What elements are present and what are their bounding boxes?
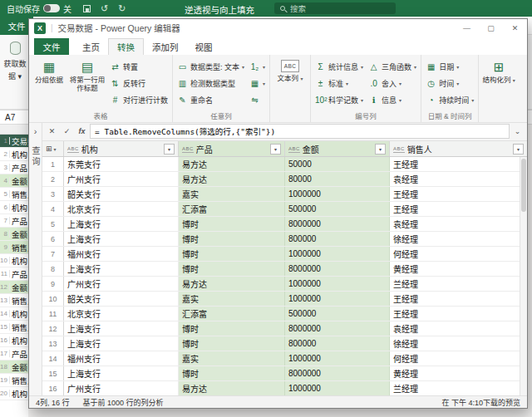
fill-button[interactable]: ▦▾: [247, 75, 268, 91]
table-cell[interactable]: 易方达: [179, 277, 285, 291]
sheet-cell[interactable]: 销售人: [10, 321, 28, 333]
rounding-button[interactable]: .0舍入▾: [366, 75, 419, 91]
trigonometry-button[interactable]: △三角函数▾: [366, 58, 419, 75]
row-number[interactable]: 2: [0, 150, 10, 158]
column-header-jigou[interactable]: ABC 机构 ▾: [64, 141, 179, 156]
use-first-row-button[interactable]: ▤ 将第一行用作标题: [67, 56, 107, 111]
formula-input[interactable]: = Table.RemoveColumns(筛选的行,{"索引"}): [90, 124, 510, 139]
row-number[interactable]: 20: [0, 390, 10, 397]
table-cell[interactable]: 800000: [285, 232, 390, 246]
tab-view[interactable]: 视图: [187, 38, 221, 55]
table-cell[interactable]: 易方达: [179, 172, 285, 186]
sheet-row[interactable]: 13销售人: [0, 294, 28, 307]
row-number[interactable]: 13: [0, 297, 10, 304]
sheet-row[interactable]: 3产品: [0, 161, 28, 174]
row-number[interactable]: 9: [0, 243, 10, 251]
minimize-button[interactable]: —: [455, 19, 479, 37]
table-cell[interactable]: 嘉实: [179, 187, 285, 201]
column-header-chanpin[interactable]: ABC 产品 ▾: [179, 141, 285, 156]
filter-button[interactable]: ▾: [513, 144, 524, 155]
sheet-cell[interactable]: 销售人: [10, 189, 28, 200]
table-cell[interactable]: 黄经理: [390, 262, 527, 276]
table-cell[interactable]: 1000000: [285, 351, 390, 365]
column-header-jine[interactable]: ABC 金额 ▾: [285, 141, 390, 156]
transpose-button[interactable]: ⇄转置: [107, 58, 170, 75]
sheet-row[interactable]: 19销售人: [0, 374, 28, 387]
table-cell[interactable]: 徐经理: [390, 336, 527, 351]
reverse-rows-button[interactable]: ⇅反转行: [107, 75, 170, 91]
table-cell[interactable]: 上海支行: [64, 336, 179, 351]
table-cell[interactable]: 福州支行: [64, 247, 179, 261]
sheet-row[interactable]: 5销售人: [0, 188, 28, 201]
row-number[interactable]: 17: [0, 350, 10, 357]
table-cell[interactable]: 兰经理: [390, 381, 527, 395]
scientific-button[interactable]: 10²科学记数▾: [313, 91, 366, 108]
row-number[interactable]: 8: [0, 230, 10, 238]
group-by-button[interactable]: ▦ 分组依据: [31, 56, 67, 111]
table-cell[interactable]: 福州支行: [64, 351, 179, 365]
information-button[interactable]: ℹ信息▾: [366, 91, 419, 108]
row-number[interactable]: 11: [0, 270, 10, 277]
table-cell[interactable]: 1000000: [285, 381, 390, 395]
table-cell[interactable]: 博时: [179, 366, 285, 380]
table-cell[interactable]: 1000000: [285, 247, 390, 261]
toggle-switch-icon[interactable]: [43, 4, 60, 12]
row-number[interactable]: 8: [42, 262, 64, 276]
table-cell[interactable]: 王经理: [390, 292, 527, 306]
table-cell[interactable]: 8000000: [285, 321, 390, 336]
table-cell[interactable]: 北京支行: [64, 307, 179, 321]
data-type-button[interactable]: ▭数据类型: 文本▾: [175, 58, 247, 75]
autosave-toggle[interactable]: 自动保存 关: [7, 2, 71, 15]
structured-column-button[interactable]: ⊞ 结构化列 ▾: [480, 56, 517, 122]
table-cell[interactable]: 王经理: [390, 157, 527, 171]
table-cell[interactable]: 800000: [285, 336, 390, 351]
table-cell[interactable]: 何经理: [390, 247, 527, 261]
table-cell[interactable]: 王经理: [390, 307, 527, 321]
cancel-formula-button[interactable]: ✕: [45, 125, 59, 139]
statistics-button[interactable]: Σ统计信息▾: [313, 58, 366, 75]
pivot-column-button[interactable]: ⇋: [247, 91, 268, 108]
row-number[interactable]: 9: [42, 277, 64, 291]
row-number[interactable]: 7: [42, 247, 64, 261]
row-number[interactable]: 12: [42, 321, 64, 336]
table-cell[interactable]: 上海支行: [64, 366, 179, 380]
table-cell[interactable]: 袁经理: [390, 172, 527, 186]
sheet-row[interactable]: 10机构: [0, 254, 28, 267]
sheet-cell[interactable]: 交易数据: [10, 135, 28, 147]
redo-icon[interactable]: ↻: [118, 4, 126, 13]
sheet-cell[interactable]: 机构: [10, 308, 27, 320]
row-number[interactable]: 12: [0, 283, 10, 291]
tab-transform[interactable]: 转换: [108, 38, 144, 55]
sheet-cell[interactable]: 金额: [10, 282, 27, 293]
count-rows-button[interactable]: #对行进行计数: [107, 91, 170, 108]
standard-button[interactable]: ±标准▾: [313, 75, 366, 91]
table-cell[interactable]: 易方达: [179, 157, 285, 171]
sheet-cell[interactable]: 产品: [10, 215, 27, 227]
tab-home[interactable]: 主页: [74, 38, 108, 55]
sheet-cell[interactable]: 机构: [10, 255, 27, 267]
row-number[interactable]: 4: [42, 202, 64, 216]
table-cell[interactable]: 易方达: [179, 381, 285, 395]
maximize-button[interactable]: ▢: [479, 19, 503, 37]
table-cell[interactable]: 王经理: [390, 202, 527, 216]
table-cell[interactable]: 何经理: [390, 351, 527, 365]
table-cell[interactable]: 1000000: [285, 187, 390, 201]
undo-icon[interactable]: ↺: [101, 4, 108, 13]
sheet-row[interactable]: 6机构: [0, 201, 28, 214]
table-cell[interactable]: 博时: [179, 321, 285, 336]
table-cell[interactable]: 博时: [179, 217, 285, 231]
row-number[interactable]: 16: [42, 381, 64, 395]
table-cell[interactable]: 500000: [285, 202, 390, 216]
sheet-row[interactable]: 11产品: [0, 267, 28, 281]
table-cell[interactable]: 50000: [285, 157, 390, 171]
row-number[interactable]: 6: [0, 204, 10, 211]
scrollbar-thumb[interactable]: [521, 159, 526, 212]
expand-formula-button[interactable]: ⌄: [510, 125, 525, 139]
table-cell[interactable]: 徐经理: [390, 232, 527, 246]
sheet-cell[interactable]: 机构: [10, 149, 27, 160]
row-number[interactable]: 4: [0, 177, 10, 184]
table-cell[interactable]: 1000000: [285, 277, 390, 291]
table-cell[interactable]: 8000000: [285, 366, 390, 380]
detect-type-button[interactable]: ▥检测数据类型: [175, 75, 247, 91]
sheet-row[interactable]: 12金额: [0, 281, 28, 294]
